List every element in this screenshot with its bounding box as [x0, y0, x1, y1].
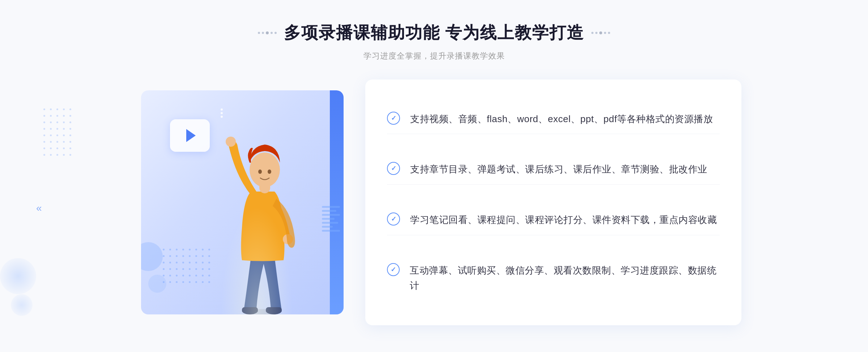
- page-subtitle: 学习进度全掌握，提升录播课教学效果: [258, 51, 610, 61]
- svg-rect-4: [266, 307, 282, 312]
- dot-grid-decoration: [163, 249, 213, 286]
- check-mark-1: ✓: [391, 115, 396, 121]
- feature-item-4: ✓ 互动弹幕、试听购买、微信分享、观看次数限制、学习进度跟踪、数据统计: [387, 256, 720, 300]
- check-icon-4: ✓: [387, 263, 400, 276]
- svg-point-6: [226, 137, 236, 147]
- check-icon-3: ✓: [387, 213, 400, 226]
- feature-item-2: ✓ 支持章节目录、弹题考试、课后练习、课后作业、章节测验、批改作业: [387, 155, 720, 185]
- left-title-decoration: [258, 31, 277, 34]
- check-icon-1: ✓: [387, 112, 400, 125]
- check-icon-2: ✓: [387, 162, 400, 175]
- feature-text-3: 学习笔记回看、课程提问、课程评论打分、课件资料下载，重点内容收藏: [410, 213, 717, 228]
- play-triangle-icon: [186, 129, 196, 142]
- circle-decoration-1: [141, 242, 163, 271]
- check-mark-2: ✓: [391, 165, 396, 172]
- feature-item-3: ✓ 学习笔记回看、课程提问、课程评论打分、课件资料下载，重点内容收藏: [387, 205, 720, 235]
- stripe-decoration: [322, 206, 340, 242]
- check-mark-3: ✓: [391, 216, 396, 222]
- svg-point-9: [258, 169, 262, 174]
- play-button-bubble: [170, 119, 210, 152]
- features-panel: ✓ 支持视频、音频、flash、word、excel、ppt、pdf等各种格式的…: [365, 80, 741, 325]
- svg-point-10: [268, 169, 271, 174]
- title-row: 多项录播课辅助功能 专为线上教学打造: [258, 22, 610, 44]
- content-area: ✓ 支持视频、音频、flash、word、excel、ppt、pdf等各种格式的…: [127, 80, 741, 325]
- feature-item-1: ✓ 支持视频、音频、flash、word、excel、ppt、pdf等各种格式的…: [387, 104, 720, 134]
- illustration-background: [141, 90, 344, 314]
- right-title-decoration: [591, 31, 610, 34]
- feature-text-4: 互动弹幕、试听购买、微信分享、观看次数限制、学习进度跟踪、数据统计: [410, 263, 720, 293]
- sparkle-decoration: [221, 108, 223, 118]
- person-illustration: [208, 119, 323, 314]
- header-section: 多项录播课辅助功能 专为线上教学打造 学习进度全掌握，提升录播课教学效果: [258, 22, 610, 61]
- decorative-circle-1: [0, 258, 36, 294]
- illustration-container: [127, 80, 373, 325]
- page-container: « 多项录播课辅助功能 专为线上教学打造 学习进度全掌握，提升录播课教学效果: [0, 0, 868, 352]
- chevron-left-icon: «: [36, 202, 42, 214]
- decorative-dot-grid: [43, 108, 75, 159]
- svg-rect-2: [242, 307, 258, 312]
- decorative-circle-2: [11, 294, 33, 316]
- check-mark-4: ✓: [391, 266, 396, 273]
- circle-decoration-2: [148, 275, 166, 293]
- feature-text-1: 支持视频、音频、flash、word、excel、ppt、pdf等各种格式的资源…: [410, 112, 713, 127]
- blue-accent-bar: [330, 90, 344, 314]
- page-title: 多项录播课辅助功能 专为线上教学打造: [284, 22, 584, 44]
- svg-point-8: [250, 153, 280, 187]
- feature-text-2: 支持章节目录、弹题考试、课后练习、课后作业、章节测验、批改作业: [410, 162, 707, 177]
